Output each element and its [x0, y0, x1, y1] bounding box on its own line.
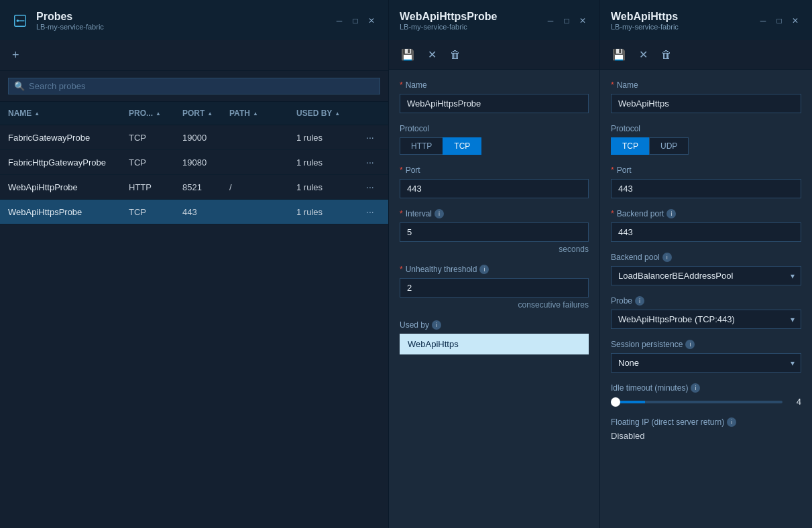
- right-protocol-udp-btn[interactable]: UDP: [649, 137, 689, 155]
- right-backend-port-label: * Backend port i: [611, 209, 801, 218]
- right-close-btn[interactable]: ✕: [789, 15, 801, 27]
- middle-delete-btn[interactable]: 🗑: [446, 46, 465, 64]
- unhealthy-hint: consecutive failures: [400, 300, 589, 310]
- right-minimize-btn[interactable]: ─: [757, 15, 769, 27]
- row1-more-btn[interactable]: ···: [363, 131, 377, 144]
- right-name-label: * Name: [611, 80, 801, 90]
- right-backend-pool-label-text: Backend pool: [611, 253, 660, 262]
- col-path[interactable]: PATH ▲: [221, 106, 288, 121]
- name-label: * Name: [400, 80, 589, 90]
- middle-save-btn[interactable]: 💾: [397, 46, 418, 64]
- right-backend-port-label-text: Backend port: [617, 209, 664, 218]
- right-protocol-label: Protocol: [611, 124, 801, 133]
- right-port-group: * Port: [611, 166, 801, 198]
- table-row[interactable]: WebApiHttpsProbe TCP 443 1 rules ···: [0, 200, 388, 224]
- right-backend-pool-select[interactable]: LoadBalancerBEAddressPool: [611, 266, 801, 285]
- probes-panel: Probes LB-my-service-fabric ─ □ ✕ + 🔍 NA…: [0, 0, 389, 528]
- right-protocol-toggle: TCP UDP: [611, 137, 801, 155]
- middle-toolbar: 💾 ✕ 🗑: [389, 40, 599, 70]
- row3-name: WebApiHttpProbe: [0, 175, 121, 199]
- col-used-by-label: USED BY: [296, 109, 332, 118]
- right-protocol-tcp-btn[interactable]: TCP: [611, 137, 649, 155]
- protocol-http-btn[interactable]: HTTP: [400, 137, 443, 155]
- unhealthy-input[interactable]: [400, 278, 589, 298]
- right-cancel-btn[interactable]: ✕: [635, 46, 652, 64]
- col-protocol-label: PRO...: [129, 109, 153, 118]
- table-row[interactable]: WebApiHttpProbe HTTP 8521 / 1 rules ···: [0, 175, 388, 200]
- left-maximize-btn[interactable]: □: [349, 15, 361, 27]
- middle-minimize-btn[interactable]: ─: [544, 15, 557, 27]
- right-delete-btn[interactable]: 🗑: [657, 46, 676, 64]
- right-panel-title: WebApiHttps: [611, 11, 679, 23]
- row4-path: [221, 200, 288, 224]
- used-by-label-text: Used by: [400, 320, 429, 330]
- middle-close-btn[interactable]: ✕: [577, 15, 589, 27]
- left-header-left: Probes LB-my-service-fabric: [11, 11, 104, 31]
- row4-actions: ···: [355, 200, 382, 224]
- row1-used-by: 1 rules: [288, 125, 355, 149]
- port-group: * Port: [400, 166, 589, 198]
- right-save-btn[interactable]: 💾: [608, 46, 630, 64]
- col-port[interactable]: PORT ▲: [174, 106, 221, 121]
- table-row[interactable]: FabricGatewayProbe TCP 19000 1 rules ···: [0, 125, 388, 150]
- row2-actions: ···: [355, 150, 382, 174]
- row3-port: 8521: [174, 175, 221, 199]
- right-idle-timeout-label: Idle timeout (minutes) i: [611, 383, 801, 393]
- right-session-select[interactable]: None Client IP Client IP and protocol: [611, 353, 801, 373]
- protocol-tcp-btn[interactable]: TCP: [443, 137, 481, 155]
- middle-maximize-btn[interactable]: □: [561, 15, 573, 27]
- right-port-label: * Port: [611, 166, 801, 175]
- interval-info-icon: i: [434, 209, 444, 218]
- search-icon: 🔍: [14, 81, 25, 91]
- unhealthy-info-icon: i: [479, 265, 489, 274]
- middle-cancel-btn[interactable]: ✕: [424, 46, 441, 64]
- right-floating-ip-value: Disabled: [611, 431, 645, 441]
- left-minimize-btn[interactable]: ─: [333, 15, 345, 27]
- port-label-text: Port: [406, 166, 420, 175]
- name-input[interactable]: [400, 94, 589, 113]
- row2-path: [221, 150, 288, 174]
- col-name[interactable]: NAME ▲: [0, 106, 121, 121]
- left-close-btn[interactable]: ✕: [365, 15, 378, 27]
- right-name-label-text: Name: [617, 80, 638, 90]
- sort-name-icon: ▲: [34, 111, 40, 117]
- row3-more-btn[interactable]: ···: [363, 180, 377, 194]
- sort-used-by-icon: ▲: [335, 111, 340, 117]
- name-group: * Name: [400, 80, 589, 113]
- col-protocol[interactable]: PRO... ▲: [121, 106, 174, 121]
- svg-point-1: [17, 19, 19, 22]
- port-input[interactable]: [400, 179, 589, 198]
- row4-more-btn[interactable]: ···: [363, 205, 377, 218]
- search-input[interactable]: [29, 81, 374, 91]
- search-input-wrap[interactable]: 🔍: [8, 78, 380, 94]
- right-floating-ip-label-text: Floating IP (direct server return): [611, 417, 724, 427]
- right-port-input[interactable]: [611, 179, 801, 198]
- table-row[interactable]: FabricHttpGatewayProbe TCP 19080 1 rules…: [0, 150, 388, 175]
- col-used-by[interactable]: USED BY ▲: [288, 106, 355, 121]
- protocol-toggle: HTTP TCP: [400, 137, 589, 155]
- used-by-label: Used by i: [400, 320, 589, 330]
- middle-form-content: * Name Protocol HTTP TCP * Port *: [389, 70, 599, 528]
- right-idle-timeout-slider[interactable]: [611, 401, 782, 403]
- right-probe-select[interactable]: WebApiHttpsProbe (TCP:443): [611, 310, 801, 329]
- protocol-group: Protocol HTTP TCP: [400, 124, 589, 155]
- used-by-info-icon: i: [432, 320, 441, 330]
- row2-more-btn[interactable]: ···: [363, 155, 377, 169]
- middle-panel-title: WebApiHttpsProbe: [400, 11, 497, 23]
- port-required-star: *: [400, 166, 403, 175]
- right-form-content: * Name Protocol TCP UDP * Port *: [600, 70, 812, 528]
- used-by-item[interactable]: WebApiHttps: [400, 334, 589, 354]
- add-probe-button[interactable]: +: [8, 46, 23, 65]
- interval-input[interactable]: [400, 222, 589, 242]
- right-protocol-group: Protocol TCP UDP: [611, 124, 801, 155]
- right-maximize-btn[interactable]: □: [773, 15, 785, 27]
- right-probe-info-icon: i: [635, 296, 644, 306]
- row4-protocol: TCP: [121, 200, 174, 224]
- right-backend-port-input[interactable]: [611, 222, 801, 242]
- right-backend-pool-info-icon: i: [662, 253, 672, 262]
- left-panel-title: Probes: [36, 11, 104, 23]
- middle-win-controls: ─ □ ✕: [544, 15, 589, 27]
- probes-icon: [11, 11, 30, 30]
- right-session-label-text: Session persistence: [611, 340, 683, 349]
- right-name-input[interactable]: [611, 94, 801, 113]
